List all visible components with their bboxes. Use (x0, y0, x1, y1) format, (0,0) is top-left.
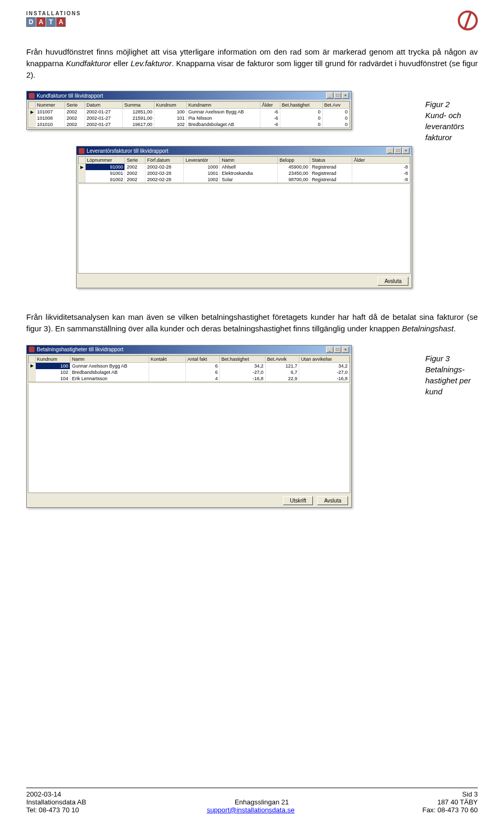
window-icon (79, 148, 85, 154)
col-header[interactable]: Förf.datum (145, 157, 184, 164)
avsluta-button[interactable]: Avsluta (377, 277, 408, 286)
logo-right-icon (458, 11, 478, 30)
figure-2-row: Kundfakturor till likvidrapport _ □ × Nu… (26, 91, 478, 296)
col-header[interactable]: Datum (85, 102, 122, 109)
close-icon[interactable]: × (342, 92, 349, 99)
col-header[interactable]: Ålder (260, 102, 280, 109)
para2-end: . (454, 324, 456, 333)
button-row: Avsluta (77, 275, 412, 288)
table-row[interactable]: ▶ 91000 2002 2002-02-28 1000 Ahlsell 459… (79, 164, 410, 171)
table-row[interactable]: 91002 2002 2002-02-28 1002 Solar 98700,0… (79, 176, 410, 183)
window-levfakturor: Leverantörsfakturor till likvidrapport _… (76, 146, 412, 288)
minimize-icon[interactable]: _ (326, 347, 333, 353)
avsluta-button[interactable]: Avsluta (317, 496, 348, 505)
footer-date: 2002-03-14 (26, 790, 61, 798)
col-header[interactable]: Leverantör (184, 157, 220, 164)
window-kundfakturor: Kundfakturor till likvidrapport _ □ × Nu… (26, 91, 352, 130)
window-betalningshast: Betalningshastigheter till likvidrapport… (26, 345, 352, 508)
paragraph-2: Från likviditetsanalysen kan man även se… (26, 311, 478, 334)
window-title-text: Leverantörsfakturor till likvidrapport (87, 148, 169, 154)
col-header[interactable]: Ålder (352, 157, 410, 164)
col-header[interactable]: Löpnummer (85, 157, 125, 164)
col-header[interactable]: Belopp (278, 157, 310, 164)
caption-line: Figur 3 (425, 353, 478, 364)
maximize-icon[interactable]: □ (394, 148, 402, 154)
figure-3-caption: Figur 3 Betalnings-hastighet per kund (425, 353, 478, 397)
window-titlebar[interactable]: Leverantörsfakturor till likvidrapport _… (77, 146, 412, 155)
paragraph-1: Från huvudfönstret finns möjlighet att v… (26, 46, 478, 80)
footer-company: Installationsdata AB (26, 798, 86, 806)
logo-letter: A (36, 17, 46, 27)
window-icon (29, 93, 35, 99)
col-header[interactable]: Serie (125, 157, 145, 164)
col-header[interactable]: Bet.hastighet (280, 102, 322, 109)
close-icon[interactable]: × (342, 347, 349, 353)
maximize-icon[interactable]: □ (334, 347, 341, 353)
footer-email-link[interactable]: support@installationsdata.se (207, 806, 295, 814)
col-header[interactable]: Kundnum (35, 355, 70, 362)
col-header[interactable]: Namn (70, 355, 149, 362)
table-row[interactable]: 91001 2002 2002-02-28 1001 Elektroskandi… (79, 170, 410, 176)
col-header[interactable]: Namn (220, 157, 278, 164)
footer-tel: Tel: 08-473 70 10 (26, 806, 79, 814)
col-header[interactable]: Summa (122, 102, 154, 109)
col-header[interactable]: Kontakt (149, 355, 185, 362)
logo-letter: A (56, 17, 66, 27)
caption-line: Figur 2 (425, 99, 478, 110)
para2-italic: Betalningshast (402, 324, 453, 333)
minimize-icon[interactable]: _ (326, 92, 333, 99)
minimize-icon[interactable]: _ (386, 148, 394, 154)
col-header[interactable]: Status (310, 157, 352, 164)
col-header[interactable]: Bet.Avv (322, 102, 349, 109)
window-titlebar[interactable]: Betalningshastigheter till likvidrapport… (27, 346, 351, 354)
logo-letter: D (26, 17, 36, 27)
button-row: Utskrift Avsluta (27, 494, 351, 507)
col-header[interactable]: Bet.Avvik (265, 355, 299, 362)
col-header[interactable]: Nummer (35, 102, 65, 109)
table-row[interactable]: 102 Bredbandsbolaget AB 6 -27,0 6,7 -27,… (29, 369, 350, 375)
footer-fax: Fax: 08-473 70 60 (422, 806, 478, 814)
figure-2-stack: Kundfakturor till likvidrapport _ □ × Nu… (26, 91, 420, 296)
grid-empty-area (28, 383, 350, 493)
close-icon[interactable]: × (402, 148, 410, 154)
col-header[interactable]: Kundnum (154, 102, 187, 109)
logo-letter: T (46, 17, 56, 27)
caption-line: Betalnings-hastighet per kund (425, 364, 478, 397)
para1-mid: eller (111, 59, 130, 68)
window-icon (29, 347, 35, 352)
grid-levfakturor[interactable]: Löpnummer Serie Förf.datum Leverantör Na… (78, 156, 411, 183)
grid-kundfakturor[interactable]: Nummer Serie Datum Summa Kundnum Kundnam… (28, 101, 350, 128)
utskrift-button[interactable]: Utskrift (283, 496, 313, 505)
para1-italic1: Kundfakturor (66, 59, 111, 68)
grid-betalningshast[interactable]: Kundnum Namn Kontakt Antal fakt Bet.hast… (28, 355, 350, 382)
logo-left: INSTALLATIONS D A T A (26, 11, 81, 27)
logo-boxes: D A T A (26, 17, 81, 27)
table-row[interactable]: 104 Erik Lennartsson 4 -16,8 22,9 -16,8 (29, 375, 350, 382)
footer-page: Sid 3 (462, 790, 478, 798)
figure-3-row: Betalningshastigheter till likvidrapport… (26, 345, 478, 508)
window-title-text: Betalningshastigheter till likvidrapport (37, 347, 123, 352)
table-row[interactable]: 101008 2002 2002-01-27 21591,00 101 Pia … (29, 115, 350, 121)
figure-2-caption: Figur 2 Kund- och leverantörs fakturor (425, 99, 478, 143)
caption-line: Kund- och leverantörs fakturor (425, 110, 478, 143)
window-titlebar[interactable]: Kundfakturor till likvidrapport _ □ × (27, 91, 351, 100)
col-header[interactable]: Bet.hastighet (219, 355, 265, 362)
col-header[interactable]: Serie (65, 102, 85, 109)
maximize-icon[interactable]: □ (334, 92, 341, 99)
table-row[interactable]: ▶ 100 Gunnar Axelsson Bygg AB 6 34,2 121… (29, 362, 350, 369)
window-title-text: Kundfakturor till likvidrapport (37, 93, 103, 99)
col-header[interactable]: Antal fakt (185, 355, 219, 362)
page-footer: 2002-03-14 Sid 3 Installationsdata AB En… (26, 788, 478, 814)
footer-address: Enhagsslingan 21 (235, 798, 289, 806)
table-row[interactable]: ▶ 101007 2002 2002-01-27 12851,00 100 Gu… (29, 109, 350, 116)
col-header[interactable]: Kundnamn (186, 102, 260, 109)
page-header: INSTALLATIONS D A T A (26, 11, 478, 30)
footer-postal: 187 40 TÄBY (437, 798, 478, 806)
logo-title: INSTALLATIONS (26, 11, 81, 16)
para1-italic2: Lev.fakturor (131, 59, 172, 68)
grid-empty-area (78, 184, 411, 274)
table-row[interactable]: 101010 2002 2002-01-27 19617,00 102 Bred… (29, 121, 350, 128)
col-header[interactable]: Utan avvikelse (299, 355, 350, 362)
